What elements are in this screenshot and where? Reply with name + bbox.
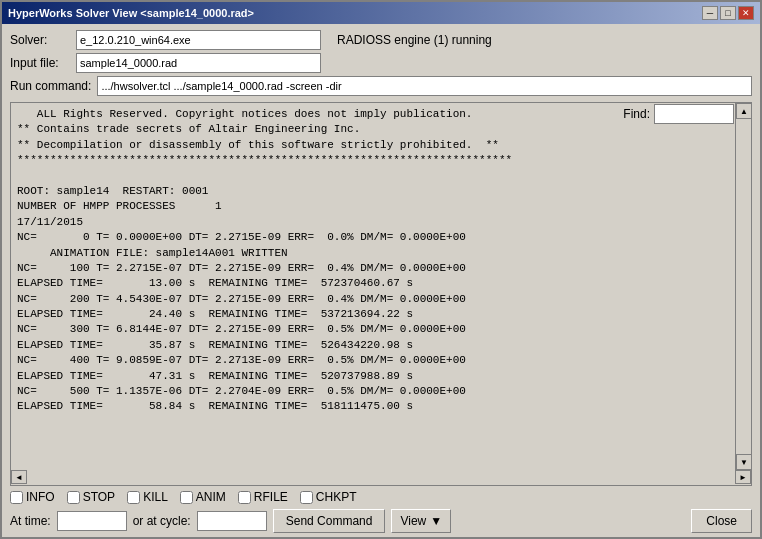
maximize-button[interactable]: □ — [720, 6, 736, 20]
view-label: View — [400, 514, 426, 528]
checkbox-kill: KILL — [127, 490, 168, 504]
close-button[interactable]: Close — [691, 509, 752, 533]
log-top: ALL Rights Reserved. Copyright notices d… — [10, 102, 752, 470]
info-label: INFO — [26, 490, 55, 504]
status-text: RADIOSS engine (1) running — [337, 33, 492, 47]
main-window: HyperWorks Solver View <sample14_0000.ra… — [0, 0, 762, 539]
run-command-input[interactable] — [97, 76, 752, 96]
scroll-left-button[interactable]: ◄ — [11, 470, 27, 484]
input-file-row: Input file: — [10, 53, 752, 73]
kill-checkbox[interactable] — [127, 491, 140, 504]
stop-checkbox[interactable] — [67, 491, 80, 504]
at-time-input[interactable] — [57, 511, 127, 531]
log-wrapper: ALL Rights Reserved. Copyright notices d… — [10, 102, 752, 486]
run-command-row: Run command: — [10, 76, 752, 96]
checkbox-stop: STOP — [67, 490, 115, 504]
title-bar: HyperWorks Solver View <sample14_0000.ra… — [2, 2, 760, 24]
solver-input[interactable] — [76, 30, 321, 50]
at-cycle-input[interactable] — [197, 511, 267, 531]
input-file-label: Input file: — [10, 56, 70, 70]
solver-row: Solver: RADIOSS engine (1) running — [10, 30, 752, 50]
scroll-up-button[interactable]: ▲ — [736, 103, 752, 119]
checkbox-info: INFO — [10, 490, 55, 504]
rfile-label: RFILE — [254, 490, 288, 504]
window-title: HyperWorks Solver View <sample14_0000.ra… — [8, 7, 254, 19]
checkbox-chkpt: CHKPT — [300, 490, 357, 504]
input-file-input[interactable] — [76, 53, 321, 73]
checkbox-anim: ANIM — [180, 490, 226, 504]
scroll-track-h[interactable] — [27, 470, 735, 485]
scroll-down-button[interactable]: ▼ — [736, 454, 752, 470]
run-command-label: Run command: — [10, 79, 91, 93]
anim-checkbox[interactable] — [180, 491, 193, 504]
kill-label: KILL — [143, 490, 168, 504]
vertical-scrollbar[interactable]: ▲ ▼ — [735, 103, 751, 470]
anim-label: ANIM — [196, 490, 226, 504]
checkbox-rfile: RFILE — [238, 490, 288, 504]
info-checkbox[interactable] — [10, 491, 23, 504]
view-dropdown-icon: ▼ — [430, 514, 442, 528]
command-row: At time: or at cycle: Send Command View … — [10, 509, 752, 533]
window-close-button[interactable]: ✕ — [738, 6, 754, 20]
title-bar-buttons: ─ □ ✕ — [702, 6, 754, 20]
at-time-label: At time: — [10, 514, 51, 528]
stop-label: STOP — [83, 490, 115, 504]
header-form: Solver: RADIOSS engine (1) running Input… — [2, 24, 760, 102]
solver-label: Solver: — [10, 33, 70, 47]
find-overlay: Find: — [623, 104, 734, 124]
horizontal-scrollbar[interactable]: ◄ ► — [10, 470, 752, 486]
chkpt-checkbox[interactable] — [300, 491, 313, 504]
view-button[interactable]: View ▼ — [391, 509, 451, 533]
chkpt-label: CHKPT — [316, 490, 357, 504]
checkbox-row: INFO STOP KILL ANIM RFILE CHKPT — [10, 490, 752, 504]
bottom-controls: INFO STOP KILL ANIM RFILE CHKPT — [2, 486, 760, 537]
find-input[interactable] — [654, 104, 734, 124]
minimize-button[interactable]: ─ — [702, 6, 718, 20]
find-label: Find: — [623, 107, 650, 121]
or-at-cycle-label: or at cycle: — [133, 514, 191, 528]
log-content: ALL Rights Reserved. Copyright notices d… — [11, 103, 735, 470]
send-command-button[interactable]: Send Command — [273, 509, 386, 533]
scroll-right-button[interactable]: ► — [735, 470, 751, 484]
rfile-checkbox[interactable] — [238, 491, 251, 504]
scroll-track-v[interactable] — [736, 119, 751, 454]
